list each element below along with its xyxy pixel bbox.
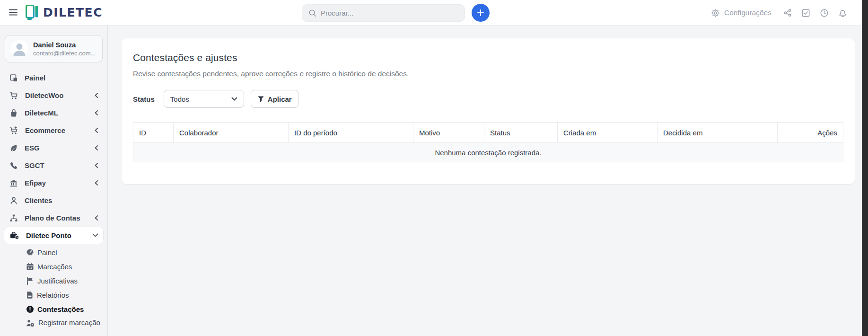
chevron-left-icon — [94, 162, 99, 168]
sidebar-subitem-contestacoes[interactable]: Contestações — [4, 302, 104, 316]
check-square-button[interactable] — [801, 9, 810, 18]
chevron-left-icon — [94, 92, 99, 98]
bag-icon — [9, 109, 18, 117]
user-profile-card[interactable]: Daniel Souza contato@diletec.com... — [5, 35, 103, 62]
contestations-table-wrap: IDColaboradorID do períodoMotivoStatusCr… — [133, 122, 843, 162]
gauge-icon — [26, 248, 34, 256]
hamburger-icon — [9, 9, 18, 16]
bell-button[interactable] — [838, 9, 847, 18]
status-select[interactable]: Todos — [164, 90, 244, 108]
profile-name: Daniel Souza — [33, 41, 96, 49]
main-content: Contestações e ajustes Revise contestaçõ… — [108, 26, 868, 336]
exclamation-circle-icon — [26, 305, 34, 313]
search-bar[interactable] — [302, 4, 465, 22]
leaf-icon — [9, 144, 18, 152]
menu-toggle-button[interactable] — [9, 9, 18, 16]
chevron-down-icon — [231, 97, 237, 101]
check-square-icon — [801, 9, 810, 18]
sidebar-item-label: Ecommerce — [25, 126, 65, 134]
document-icon — [26, 291, 34, 299]
plus-icon — [476, 9, 485, 17]
clock-icon — [820, 9, 829, 18]
person-icon — [9, 196, 18, 205]
search-input[interactable] — [321, 9, 458, 17]
sidebar-subitem-label: Painel — [37, 248, 57, 256]
apply-filter-button[interactable]: Aplicar — [251, 90, 298, 108]
gear-icon — [711, 9, 720, 18]
sidebar-item-efipay[interactable]: Efipay — [4, 174, 104, 192]
profile-email: contato@diletec.com... — [33, 50, 96, 57]
flag-icon — [26, 277, 34, 285]
table-empty-message: Nenhuma contestação registrada. — [133, 143, 843, 162]
sidebar-subitem-registrar-marcacao[interactable]: Registrar marcação — [4, 316, 104, 329]
app-logo[interactable]: DILETEC — [26, 5, 103, 20]
add-button[interactable] — [472, 4, 490, 22]
chevron-left-icon — [94, 145, 99, 151]
sidebar-nav: PainelDiletecWooDiletecMLEcommerceESGSGC… — [0, 68, 107, 329]
page-subtitle: Revise contestações pendentes, aprove co… — [133, 70, 843, 78]
contestations-card: Contestações e ajustes Revise contestaçõ… — [122, 38, 855, 184]
sidebar-item-plano-de-contas[interactable]: Plano de Contas — [4, 209, 104, 227]
person-clock-icon — [26, 319, 35, 329]
filter-row: Status Todos Aplicar — [133, 90, 843, 108]
app-header: DILETEC Configurações — [0, 0, 868, 26]
calendar-icon — [26, 263, 34, 271]
sidebar-sublist: PainelMarcaçõesJustificativasRelatóriosC… — [4, 245, 104, 329]
sidebar-subitem-relatorios[interactable]: Relatórios — [4, 288, 104, 302]
bell-icon — [838, 9, 847, 18]
sidebar-item-label: DiletecWoo — [25, 91, 63, 99]
chevron-down-icon — [92, 233, 98, 238]
sidebar-item-label: DiletecML — [25, 109, 58, 117]
column-header-status: Status — [484, 123, 558, 143]
settings-button[interactable]: Configurações — [711, 0, 772, 26]
share-button[interactable] — [783, 9, 792, 17]
sidebar-item-label: Diletec Ponto — [26, 231, 71, 239]
diletec-logo-icon — [26, 5, 39, 20]
header-action-icons — [783, 0, 847, 26]
hierarchy-icon — [9, 214, 18, 222]
sidebar-item-diletec-ponto[interactable]: Diletec Ponto — [4, 227, 104, 244]
sidebar-item-diletecml[interactable]: DiletecML — [4, 104, 104, 122]
chevron-left-icon — [94, 110, 99, 116]
status-filter-label: Status — [133, 95, 155, 103]
clock-button[interactable] — [820, 9, 829, 18]
table-header-row: IDColaboradorID do períodoMotivoStatusCr… — [133, 123, 843, 143]
settings-label: Configurações — [724, 9, 772, 17]
sidebar-subitem-label: Contestações — [37, 305, 84, 313]
sidebar-subitem-label: Justificativas — [37, 277, 78, 285]
avatar — [10, 40, 28, 58]
page-title: Contestações e ajustes — [133, 52, 843, 63]
share-icon — [783, 9, 792, 17]
sidebar-subitem-label: Relatórios — [37, 291, 69, 299]
chevron-left-icon — [94, 180, 99, 186]
sidebar-item-label: ESG — [25, 144, 40, 152]
sidebar-item-ecommerce[interactable]: Ecommerce — [4, 122, 104, 139]
chevron-left-icon — [94, 215, 99, 221]
sidebar-item-sgct[interactable]: SGCT — [4, 157, 104, 174]
sidebar-item-diletecwoo[interactable]: DiletecWoo — [4, 87, 104, 104]
column-header-motivo: Motivo — [413, 123, 484, 143]
column-header-id-do-periodo: ID do período — [289, 123, 413, 143]
column-header-colaborador: Colaborador — [174, 123, 289, 143]
sidebar-subitem-label: Marcações — [37, 263, 72, 271]
logo-text: DILETEC — [43, 6, 103, 19]
scrollbar[interactable] — [862, 0, 868, 336]
sidebar-item-esg[interactable]: ESG — [4, 139, 104, 157]
sidebar-item-label: Painel — [25, 74, 45, 82]
cart-icon — [9, 91, 18, 100]
sidebar-item-painel[interactable]: Painel — [4, 69, 104, 87]
cart-plus-icon — [9, 126, 18, 135]
chevron-left-icon — [94, 127, 99, 133]
sidebar-item-clientes[interactable]: Clientes — [4, 192, 104, 209]
contestations-table: IDColaboradorID do períodoMotivoStatusCr… — [133, 122, 843, 162]
sidebar-item-label: Efipay — [25, 179, 46, 187]
sidebar-subitem-marcacoes[interactable]: Marcações — [4, 259, 104, 274]
column-header-id: ID — [133, 123, 174, 143]
sidebar-subitem-painel[interactable]: Painel — [4, 245, 104, 259]
sidebar-item-label: Plano de Contas — [25, 214, 80, 222]
sidebar-subitem-justificativas[interactable]: Justificativas — [4, 274, 104, 288]
sidebar: Daniel Souza contato@diletec.com... Pain… — [0, 26, 108, 336]
status-select-value: Todos — [170, 95, 189, 103]
sidebar-subitem-label: Registrar marcação — [38, 318, 100, 327]
filter-icon — [257, 96, 264, 102]
